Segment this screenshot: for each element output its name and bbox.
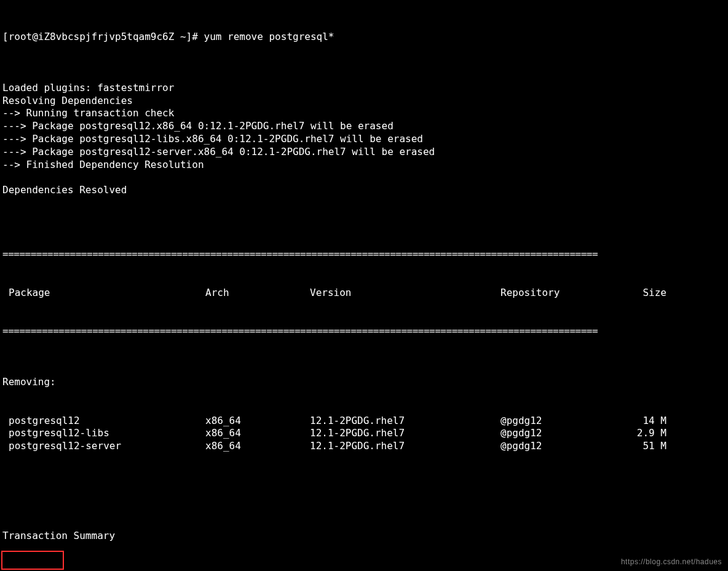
output-line: Resolving Dependencies xyxy=(2,95,726,108)
output-line: ---> Package postgresql12.x86_64 0:12.1-… xyxy=(2,120,726,133)
output-line: --> Running transaction check xyxy=(2,107,726,120)
transaction-summary-label: Transaction Summary xyxy=(2,530,726,543)
watermark: https://blog.csdn.net/hadues xyxy=(621,557,722,567)
cell-arch: x86_64 xyxy=(205,427,310,440)
output-line xyxy=(2,171,726,184)
output-line: Dependencies Resolved xyxy=(2,184,726,197)
cell-version: 12.1-2PGDG.rhel7 xyxy=(310,415,501,428)
header-size: Size xyxy=(617,287,679,300)
cell-package: postgresql12-server xyxy=(2,440,205,453)
cell-repo: @pgdg12 xyxy=(501,427,617,440)
table-row: postgresql12-serverx86_6412.1-2PGDG.rhel… xyxy=(2,440,726,453)
command-line: [root@iZ8vbcspjfrjvp5tqam9c6Z ~]# yum re… xyxy=(2,31,726,44)
cell-size: 51 M xyxy=(617,440,679,453)
divider-top: ========================================… xyxy=(2,248,726,261)
cell-size: 2.9 M xyxy=(617,427,679,440)
table-row: postgresql12-libsx86_6412.1-2PGDG.rhel7@… xyxy=(2,427,726,440)
output-line: ---> Package postgresql12-libs.x86_64 0:… xyxy=(2,133,726,146)
cell-repo: @pgdg12 xyxy=(501,415,617,428)
cell-package: postgresql12-libs xyxy=(2,427,205,440)
cell-repo: @pgdg12 xyxy=(501,440,617,453)
output-line xyxy=(2,197,726,210)
header-arch: Arch xyxy=(205,287,310,300)
cell-arch: x86_64 xyxy=(205,415,310,428)
table-row: postgresql12x86_6412.1-2PGDG.rhel7@pgdg1… xyxy=(2,415,726,428)
header-package: Package xyxy=(2,287,205,300)
terminal-output[interactable]: [root@iZ8vbcspjfrjvp5tqam9c6Z ~]# yum re… xyxy=(0,0,728,571)
output-line: Loaded plugins: fastestmirror xyxy=(2,82,726,95)
shell-prompt: [root@iZ8vbcspjfrjvp5tqam9c6Z ~]# xyxy=(2,31,204,42)
cell-version: 12.1-2PGDG.rhel7 xyxy=(310,440,501,453)
divider-bottom: ========================================… xyxy=(2,568,726,571)
table-header: Package Arch Version Repository Size xyxy=(2,287,726,300)
cell-size: 14 M xyxy=(617,415,679,428)
header-repository: Repository xyxy=(501,287,617,300)
output-line: ---> Package postgresql12-server.x86_64 … xyxy=(2,146,726,159)
cell-version: 12.1-2PGDG.rhel7 xyxy=(310,427,501,440)
output-line: --> Finished Dependency Resolution xyxy=(2,159,726,172)
removing-label: Removing: xyxy=(2,376,726,389)
header-version: Version xyxy=(310,287,501,300)
cell-package: postgresql12 xyxy=(2,415,205,428)
cell-arch: x86_64 xyxy=(205,440,310,453)
divider-mid: ========================================… xyxy=(2,325,726,338)
shell-command: yum remove postgresql* xyxy=(204,31,334,42)
